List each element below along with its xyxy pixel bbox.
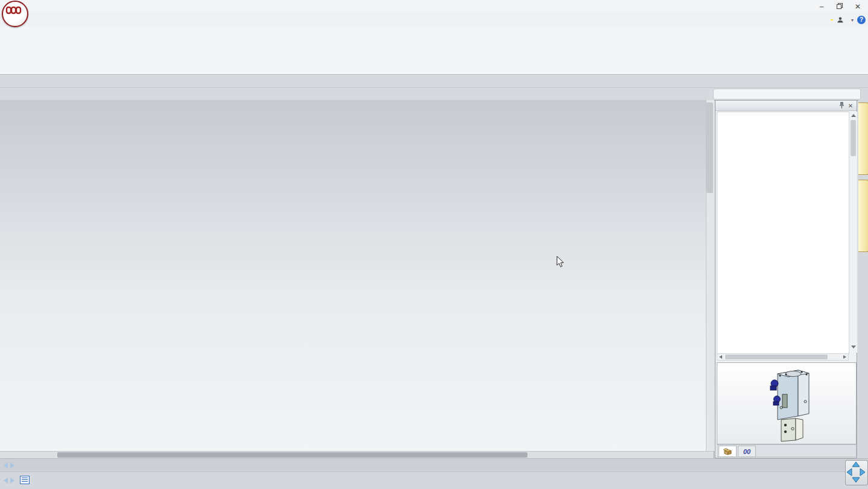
- status-bar: [0, 472, 868, 489]
- panel-header: ✕: [715, 101, 857, 111]
- pin-icon[interactable]: [837, 102, 846, 110]
- preview-tab-rings[interactable]: 00: [738, 446, 756, 457]
- open-box-icon: [723, 447, 732, 455]
- mac-file-tree: [717, 112, 849, 354]
- tree-scroll-left-icon[interactable]: [719, 355, 722, 359]
- assembly-3d-scene: [0, 100, 714, 451]
- pan-navigation-button[interactable]: [845, 460, 868, 485]
- rings-icon: 00: [743, 448, 750, 455]
- ribbon-tab-row: ▾ ?: [0, 13, 868, 27]
- model-tab-prev-icon[interactable]: [4, 462, 8, 468]
- tree-vscrollbar[interactable]: [849, 112, 857, 353]
- megacad-window: – ✕ ▾ ?: [0, 0, 868, 489]
- bearbeitungen-panel: ✕: [715, 100, 857, 458]
- minimize-button[interactable]: –: [813, 0, 831, 13]
- viewport-3d[interactable]: [0, 100, 714, 458]
- viewport-vscroll-thumb[interactable]: [706, 103, 713, 193]
- help-quick-icon[interactable]: ?: [857, 16, 866, 24]
- side-tab-strip: [858, 100, 868, 458]
- preview-tab-box[interactable]: [719, 446, 737, 457]
- toolbar-row-1: [0, 75, 868, 88]
- tree-scroll-right-icon[interactable]: [843, 355, 846, 359]
- side-tab-bearbeitung-einfuegen[interactable]: [858, 103, 868, 175]
- restore-icon: [837, 3, 843, 9]
- tree-scroll-down-icon[interactable]: [851, 345, 856, 349]
- ribbon: [0, 27, 868, 75]
- view-number-strip: [713, 89, 861, 99]
- preview-tab-strip: 00: [717, 444, 857, 457]
- mouse-cursor: [556, 256, 565, 268]
- restore-button[interactable]: [831, 0, 849, 13]
- side-tab-baugruppen-einfuegen[interactable]: [858, 180, 868, 252]
- tabrow-right-tools: ▾ ?: [831, 14, 866, 25]
- model-tab-strip: [0, 458, 868, 472]
- user-icon[interactable]: [837, 16, 844, 24]
- exe-badge: [831, 19, 833, 21]
- stil-dropdown-caret[interactable]: ▾: [851, 17, 854, 23]
- tree-hscroll-thumb[interactable]: [725, 355, 828, 359]
- pan-arrows-icon: [846, 461, 866, 484]
- megacad-logo: [2, 1, 28, 27]
- status-prev-icon[interactable]: [4, 478, 8, 484]
- layer-list-icon[interactable]: [20, 476, 30, 484]
- megacad-logo-icon: [3, 2, 25, 24]
- part-preview-image: [717, 363, 856, 444]
- close-button[interactable]: ✕: [849, 0, 867, 13]
- panel-close-icon[interactable]: ✕: [846, 102, 855, 110]
- viewport-hscroll-thumb[interactable]: [57, 452, 527, 458]
- title-bar: – ✕: [0, 0, 868, 14]
- part-preview-panel: [717, 362, 857, 444]
- tree-vscroll-thumb[interactable]: [851, 120, 856, 156]
- status-next-icon[interactable]: [10, 478, 14, 484]
- model-tab-next-icon[interactable]: [10, 462, 14, 468]
- tree-scroll-up-icon[interactable]: [851, 114, 856, 117]
